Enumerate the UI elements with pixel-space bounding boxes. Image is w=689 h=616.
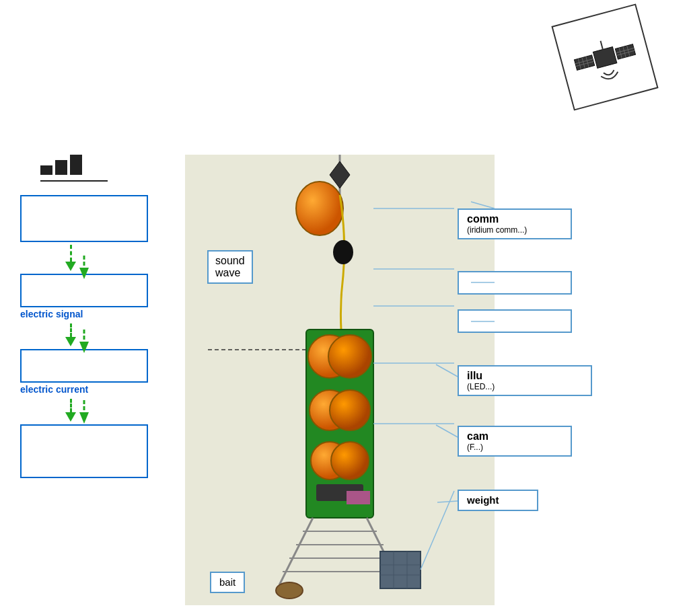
- signal-underline: [40, 180, 108, 182]
- svg-line-13: [601, 41, 603, 50]
- label-2: [458, 271, 572, 295]
- svg-point-23: [330, 390, 370, 430]
- satellite-image: [551, 3, 658, 110]
- device-diagram: [185, 155, 495, 605]
- illu-sub-text: (LED...): [467, 382, 583, 391]
- cam-sub-text: (F...): [467, 442, 563, 452]
- comm-sub-text: (iridium comm...): [467, 225, 563, 235]
- signal-bar-2: [55, 160, 67, 175]
- flow-box-4: [20, 424, 148, 478]
- electric-signal-label: electric signal: [20, 309, 83, 319]
- flow-arrow-3: [61, 399, 81, 422]
- signal-bar-1: [40, 165, 52, 175]
- svg-rect-7: [615, 44, 635, 59]
- comm-main-text: comm: [467, 213, 499, 225]
- sound-wave-text: soundwave: [215, 255, 245, 278]
- weight-label: weight: [458, 490, 538, 511]
- flow-box-2: [20, 274, 148, 307]
- flow-arrow-1: [61, 245, 81, 271]
- label-3: [458, 309, 572, 333]
- svg-rect-1: [574, 55, 594, 70]
- flow-box-3: [20, 349, 148, 383]
- satellite-icon: [564, 16, 646, 98]
- svg-rect-0: [593, 47, 616, 69]
- weight-text: weight: [467, 494, 499, 506]
- comm-label: comm (iridium comm...): [458, 208, 572, 239]
- device-svg: [185, 155, 495, 605]
- signal-bars-icon: [40, 155, 168, 175]
- svg-rect-27: [347, 491, 370, 504]
- left-flow-panel: electric signal electric current: [20, 155, 168, 478]
- illu-main-text: illu: [467, 370, 482, 381]
- svg-rect-34: [380, 551, 421, 588]
- svg-point-25: [331, 442, 369, 479]
- sound-wave-label: soundwave: [207, 250, 253, 284]
- svg-point-18: [333, 240, 353, 264]
- svg-point-17: [296, 182, 343, 235]
- bait-text: bait: [219, 576, 235, 588]
- electric-current-label: electric current: [20, 384, 88, 395]
- svg-point-39: [276, 582, 303, 599]
- illu-label: illu (LED...): [458, 365, 592, 396]
- flow-box-1: [20, 195, 148, 242]
- flow-arrow-2: [61, 323, 81, 346]
- cam-main-text: cam: [467, 430, 488, 442]
- svg-point-21: [328, 335, 371, 378]
- bait-label: bait: [210, 572, 245, 593]
- cam-label: cam (F...): [458, 426, 572, 457]
- signal-bar-3: [70, 155, 82, 175]
